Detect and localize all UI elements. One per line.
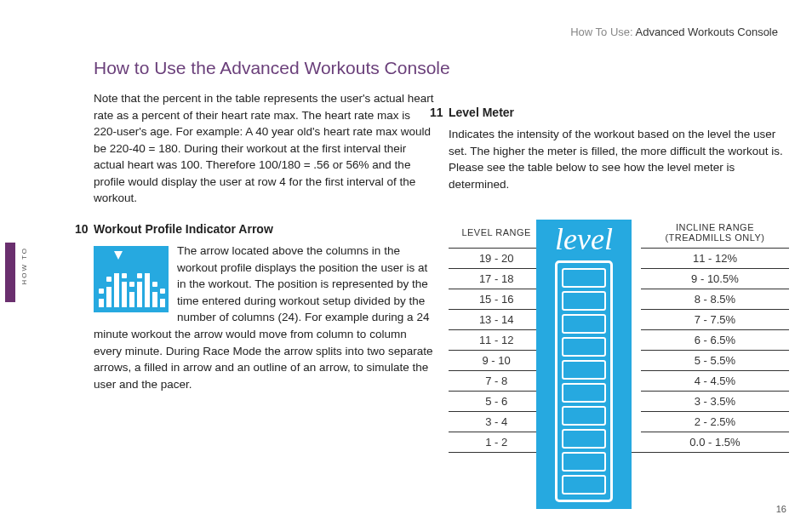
level-meter-graphic: level xyxy=(536,220,632,509)
level-range-cell: 9 - 10 xyxy=(449,351,544,371)
incline-range-cell: 4 - 4.5% xyxy=(641,371,789,392)
level-range-cell: 19 - 20 xyxy=(449,249,544,269)
level-range-cell: 17 - 18 xyxy=(449,269,544,289)
incline-range-cell: 7 - 7.5% xyxy=(641,310,789,330)
meter-segment xyxy=(562,475,606,495)
section-10-heading: 10 Workout Profile Indicator Arrow xyxy=(94,220,434,237)
level-range-cell: 5 - 6 xyxy=(449,392,544,412)
incline-range-cell: 6 - 6.5% xyxy=(641,330,789,351)
section-11-body: Indicates the intensity of the workout b… xyxy=(449,126,789,192)
level-range-cell: 11 - 12 xyxy=(449,330,544,351)
meter-segment xyxy=(562,337,606,357)
meter-segment xyxy=(562,291,606,311)
workout-profile-icon xyxy=(94,246,169,312)
section-10-title: Workout Profile Indicator Arrow xyxy=(94,220,273,237)
breadcrumb-current: Advanced Workouts Console xyxy=(636,26,778,38)
page-title: How to Use the Advanced Workouts Console xyxy=(94,58,450,78)
right-column: 11 Level Meter Indicates the intensity o… xyxy=(449,90,789,202)
incline-range-cell: 5 - 5.5% xyxy=(641,351,789,371)
section-11-title: Level Meter xyxy=(449,104,514,121)
level-range-cell: 13 - 14 xyxy=(449,310,544,330)
meter-segment xyxy=(562,429,606,449)
meter-segment xyxy=(562,452,606,472)
level-range-cell: 7 - 8 xyxy=(449,371,544,392)
left-column: Note that the percent in the table repre… xyxy=(94,90,434,401)
incline-range-cell: 9 - 10.5% xyxy=(641,269,789,289)
meter-segment xyxy=(562,360,606,380)
col-header-incline: INCLINE RANGE (TREADMILLS ONLY) xyxy=(641,221,789,249)
level-meter-label: level xyxy=(536,220,632,257)
level-range-cell: 3 - 4 xyxy=(449,412,544,432)
side-tab-decoration xyxy=(5,243,15,302)
level-range-cell: 1 - 2 xyxy=(449,432,544,453)
meter-segment xyxy=(562,406,606,426)
incline-range-cell: 0.0 - 1.5% xyxy=(641,432,789,453)
breadcrumb: How To Use: Advanced Workouts Console xyxy=(570,26,778,38)
arrow-icon xyxy=(114,251,123,260)
section-11-number: 11 xyxy=(430,104,449,121)
meter-segment xyxy=(562,314,606,334)
breadcrumb-prefix: How To Use: xyxy=(570,26,635,38)
level-meter-track xyxy=(555,260,613,502)
side-tab-label: HOW TO xyxy=(20,247,28,285)
incline-range-cell: 2 - 2.5% xyxy=(641,412,789,432)
section-10-number: 10 xyxy=(75,220,94,237)
intro-paragraph: Note that the percent in the table repre… xyxy=(94,90,434,207)
incline-range-cell: 3 - 3.5% xyxy=(641,392,789,412)
section-11-heading: 11 Level Meter xyxy=(449,104,789,121)
incline-range-cell: 11 - 12% xyxy=(641,249,789,269)
col-header-level: LEVEL RANGE xyxy=(449,221,544,249)
meter-segment xyxy=(562,383,606,403)
level-range-cell: 15 - 16 xyxy=(449,289,544,310)
page-number: 16 xyxy=(776,504,786,514)
incline-range-cell: 8 - 8.5% xyxy=(641,289,789,310)
meter-segment xyxy=(562,268,606,288)
